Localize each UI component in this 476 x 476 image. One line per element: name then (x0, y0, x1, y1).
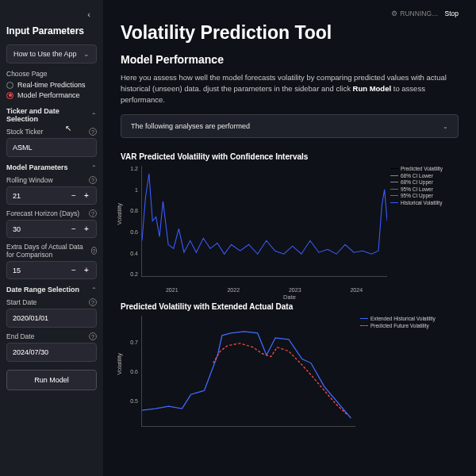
page-title: Volatility Prediction Tool (121, 22, 459, 44)
chart2-legend: Extended Historical Volatility Predicted… (360, 316, 462, 329)
help-icon[interactable]: ? (89, 209, 97, 217)
stop-button[interactable]: Stop (445, 10, 459, 17)
radio-realtime[interactable]: Real-time Predictions (6, 81, 97, 89)
help-icon[interactable]: ? (89, 332, 97, 340)
forecast-horizon-label: Forecast Horizon (Days) (6, 209, 79, 217)
plus-button[interactable]: + (83, 266, 90, 274)
end-date-input[interactable] (6, 343, 97, 362)
help-icon[interactable]: ? (89, 298, 97, 306)
help-icon[interactable]: ? (89, 128, 97, 136)
radio-icon (6, 82, 13, 89)
plus-button[interactable]: + (83, 191, 90, 200)
stock-ticker-input[interactable] (6, 138, 97, 157)
section-ticker-date[interactable]: Ticker and Date Selection ⌃ (6, 107, 97, 123)
run-model-button[interactable]: Run Model (6, 370, 97, 390)
plot-area (141, 316, 355, 427)
chart2-title: Predicted Volatility with Extended Actua… (121, 302, 459, 311)
description: Here you assess how well the model forec… (121, 72, 459, 105)
chart-var-predicted: Volatility 1.210.80.60.40.2 202120222023… (121, 166, 459, 293)
page-radio-group: Real-time Predictions Model Performance (6, 81, 97, 99)
running-icon: ⚙ (391, 10, 397, 17)
section-model-params[interactable]: Model Parameters ⌃ (6, 163, 97, 171)
extra-days-label: Extra Days of Actual Data for Comparison (6, 243, 91, 259)
section-date-range[interactable]: Date Range Selection ⌃ (6, 286, 97, 294)
chevron-up-icon: ⌃ (91, 286, 97, 294)
y-axis: 1.210.80.60.40.2 (121, 166, 138, 277)
chevron-up-icon: ⌃ (91, 164, 97, 171)
radio-model-performance[interactable]: Model Performance (6, 91, 97, 99)
rolling-window-stepper[interactable]: 21 −+ (6, 186, 97, 205)
plot-area (141, 166, 387, 277)
minus-button[interactable]: − (70, 191, 78, 200)
section-heading: Model Performance (121, 53, 459, 66)
minus-button[interactable]: − (70, 266, 78, 274)
radio-icon (6, 92, 13, 99)
start-date-label: Start Date (6, 298, 36, 306)
extra-days-stepper[interactable]: 15 −+ (6, 261, 97, 279)
analyses-expander[interactable]: The following analyses are performed ⌄ (121, 114, 459, 138)
chevron-down-icon: ⌄ (83, 50, 90, 58)
forecast-horizon-stepper[interactable]: 30 −+ (6, 220, 97, 238)
start-date-input[interactable] (6, 309, 97, 328)
rolling-window-label: Rolling Window (6, 176, 53, 184)
help-icon[interactable]: ? (89, 176, 97, 184)
collapse-sidebar-button[interactable]: ‹ (6, 6, 97, 22)
stock-ticker-label: Stock Ticker (6, 128, 43, 136)
chevron-down-icon: ⌄ (443, 123, 448, 130)
howto-expander[interactable]: How to Use the App ⌄ (6, 44, 97, 63)
chart1-legend: Predicted Volatility 68% CI Lower 68% CI… (390, 166, 462, 206)
minus-button[interactable]: − (70, 225, 78, 233)
choose-page-label: Choose Page (6, 70, 97, 78)
end-date-label: End Date (6, 332, 34, 340)
chart-extended-actual: Volatility 0.70.60.5 Extended Historical… (121, 316, 459, 443)
sidebar-heading: Input Parameters (6, 25, 97, 36)
plus-button[interactable]: + (83, 225, 90, 233)
help-icon[interactable]: ? (91, 247, 97, 255)
y-axis: 0.70.60.5 (121, 316, 138, 427)
running-status: ⚙RUNNING… (391, 10, 438, 17)
chevron-up-icon: ⌃ (91, 112, 97, 119)
chart1-title: VAR Predicted Volatility with Confidence… (121, 152, 459, 161)
x-axis: 2021202220232024 (141, 287, 387, 293)
